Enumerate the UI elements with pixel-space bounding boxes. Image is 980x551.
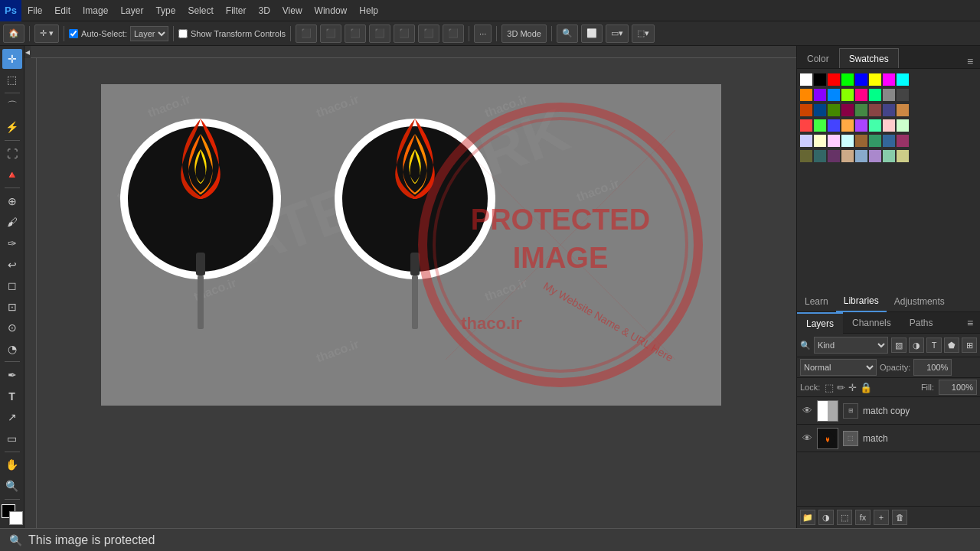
swatch-8[interactable] xyxy=(800,89,812,101)
swatch-38[interactable] xyxy=(883,135,895,147)
eraser-tool[interactable]: ◻ xyxy=(2,276,22,295)
layer-row-match-copy[interactable]: 👁 ⊞ match copy xyxy=(797,397,980,425)
swatch-47[interactable] xyxy=(897,150,909,162)
swatch-33[interactable] xyxy=(814,135,826,147)
pen-tool[interactable]: ✒ xyxy=(2,365,22,385)
swatch-26[interactable] xyxy=(828,119,840,132)
type-tool[interactable]: T xyxy=(2,386,22,406)
stamp-tool[interactable]: ✑ xyxy=(2,233,22,253)
menu-select[interactable]: Select xyxy=(181,0,219,21)
swatch-9[interactable] xyxy=(814,89,826,101)
swatch-28[interactable] xyxy=(855,119,867,132)
lock-brush[interactable]: ✏ xyxy=(837,382,845,393)
rp-top-collapse[interactable]: ≡ xyxy=(963,54,977,68)
swatch-24[interactable] xyxy=(800,119,812,132)
swatch-44[interactable] xyxy=(855,150,867,162)
distribute-btn[interactable]: ⬛ xyxy=(443,24,464,43)
menu-help[interactable]: Help xyxy=(353,0,384,21)
swatch-1[interactable] xyxy=(814,73,826,86)
swatch-43[interactable] xyxy=(841,150,854,162)
swatch-3[interactable] xyxy=(841,73,854,86)
blend-mode-dropdown[interactable]: Normal xyxy=(800,359,877,376)
swatch-42[interactable] xyxy=(828,150,840,162)
menu-layer[interactable]: Layer xyxy=(114,0,149,21)
swatch-21[interactable] xyxy=(869,104,881,116)
swatch-32[interactable] xyxy=(800,135,812,147)
menu-filter[interactable]: Filter xyxy=(220,0,253,21)
hand-tool[interactable]: ✋ xyxy=(2,455,22,474)
tab-channels[interactable]: Channels xyxy=(843,312,900,334)
layers-options-btn[interactable]: ≡ xyxy=(963,316,977,330)
swatch-20[interactable] xyxy=(855,104,867,116)
move-tool[interactable]: ✛ xyxy=(2,49,22,69)
swatch-4[interactable] xyxy=(855,73,867,86)
swatch-12[interactable] xyxy=(855,89,867,101)
tab-color[interactable]: Color xyxy=(797,48,839,68)
swatch-17[interactable] xyxy=(814,104,826,116)
background-color[interactable] xyxy=(9,511,23,525)
fill-value[interactable]: 100% xyxy=(939,380,977,395)
swatch-34[interactable] xyxy=(828,135,840,147)
filter-smart-btn[interactable]: ⊞ xyxy=(962,337,977,353)
toolbar-workspace-btn[interactable]: ▭▾ xyxy=(606,24,629,43)
blur-tool[interactable]: ⊙ xyxy=(2,318,22,337)
layer-eye-match-copy[interactable]: 👁 xyxy=(800,404,814,418)
swatch-31[interactable] xyxy=(897,119,909,132)
history-brush[interactable]: ↩ xyxy=(2,255,22,275)
gradient-tool[interactable]: ⊡ xyxy=(2,297,22,317)
swatch-16[interactable] xyxy=(800,104,812,116)
tab-learn[interactable]: Learn xyxy=(797,291,836,312)
lock-move[interactable]: ✛ xyxy=(848,382,857,393)
swatch-46[interactable] xyxy=(883,150,895,162)
swatch-15[interactable] xyxy=(897,89,909,101)
new-fill-btn[interactable]: ◑ xyxy=(818,510,834,525)
align-middle-btn[interactable]: ⬛ xyxy=(394,24,415,43)
menu-3d[interactable]: 3D xyxy=(252,0,276,21)
tab-swatches[interactable]: Swatches xyxy=(839,48,899,68)
swatch-25[interactable] xyxy=(814,119,826,132)
auto-select-checkbox[interactable] xyxy=(69,29,78,38)
opacity-value[interactable]: 100% xyxy=(913,359,952,376)
shape-tool[interactable]: ▭ xyxy=(2,429,22,448)
tab-paths[interactable]: Paths xyxy=(900,312,942,334)
swatch-18[interactable] xyxy=(828,104,840,116)
show-transform-label[interactable]: Show Transform Controls xyxy=(178,29,286,38)
swatch-27[interactable] xyxy=(841,119,854,132)
auto-select-label[interactable]: Auto-Select: Layer xyxy=(69,26,168,41)
lasso-tool[interactable]: ⌒ xyxy=(2,96,22,116)
3d-mode-btn[interactable]: 3D Mode xyxy=(501,24,547,43)
swatch-2[interactable] xyxy=(828,73,840,86)
tab-libraries[interactable]: Libraries xyxy=(836,291,887,312)
swatch-36[interactable] xyxy=(855,135,867,147)
filter-pixel-btn[interactable]: ▧ xyxy=(891,337,906,353)
more-btn[interactable]: ··· xyxy=(474,24,492,43)
delete-layer-btn[interactable]: 🗑 xyxy=(892,510,907,525)
home-button[interactable]: 🏠 xyxy=(3,24,24,43)
swatch-30[interactable] xyxy=(883,119,895,132)
layer-eye-match[interactable]: 👁 xyxy=(800,432,814,445)
swatch-37[interactable] xyxy=(869,135,881,147)
zoom-tool[interactable]: 🔍 xyxy=(2,476,22,496)
swatch-6[interactable] xyxy=(883,73,895,86)
kind-dropdown[interactable]: Kind xyxy=(814,337,888,354)
layer-mask-btn[interactable]: ⬚ xyxy=(837,510,852,525)
toolbar-view-btn[interactable]: ⬜ xyxy=(581,24,603,43)
healing-tool[interactable]: ⊕ xyxy=(2,191,22,211)
align-top-btn[interactable]: ⬛ xyxy=(369,24,390,43)
align-bottom-btn[interactable]: ⬛ xyxy=(418,24,439,43)
auto-select-dropdown[interactable]: Layer xyxy=(130,26,168,41)
fg-bg-colors[interactable] xyxy=(2,504,23,526)
layer-style-btn[interactable]: fx xyxy=(855,510,871,525)
align-center-btn[interactable]: ⬛ xyxy=(320,24,341,43)
swatch-23[interactable] xyxy=(897,104,909,116)
swatch-10[interactable] xyxy=(828,89,840,101)
filter-shape-btn[interactable]: ⬟ xyxy=(944,337,959,353)
swatch-39[interactable] xyxy=(897,135,909,147)
swatch-35[interactable] xyxy=(841,135,854,147)
new-group-btn[interactable]: 📁 xyxy=(800,510,815,525)
path-select-tool[interactable]: ↗ xyxy=(2,407,22,427)
menu-view[interactable]: View xyxy=(276,0,309,21)
new-layer-btn[interactable]: + xyxy=(874,510,889,525)
menu-edit[interactable]: Edit xyxy=(48,0,77,21)
brush-tool[interactable]: 🖌 xyxy=(2,213,22,233)
